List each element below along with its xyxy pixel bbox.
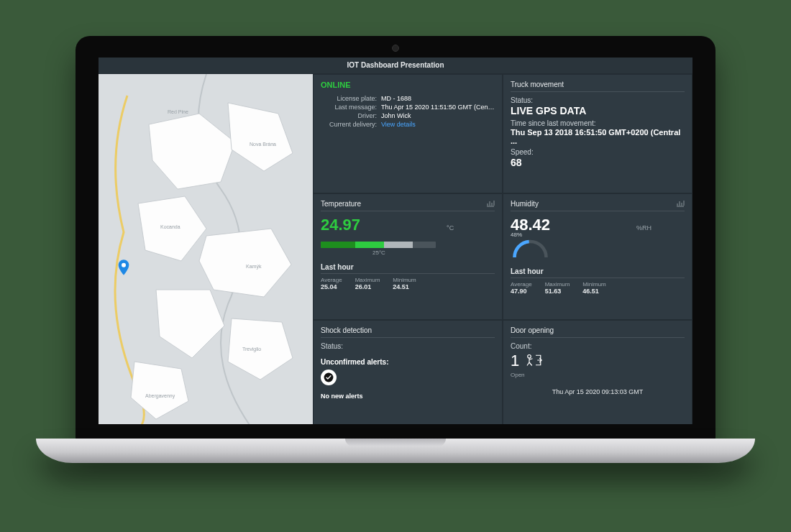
app-body: Red Pine Nova Brána Kocanda Kamýk Aberga… (99, 74, 692, 424)
temperature-bar (321, 242, 436, 248)
shock-detection-card: Shock detection Status: Unconfirmed aler… (313, 320, 503, 424)
door-timestamp: Thu Apr 15 2020 09:13:03 GMT (511, 388, 685, 395)
current-delivery-link[interactable]: View details (381, 121, 495, 128)
svg-point-16 (528, 355, 531, 359)
svg-text:Abergavenny: Abergavenny (145, 393, 175, 399)
humidity-stats: Average47.90 Maximum51.63 Minimum46.51 (511, 281, 685, 295)
truck-speed-label: Speed: (511, 148, 685, 156)
door-count-value: 1 (511, 352, 519, 370)
driver-label: Driver: (321, 112, 377, 119)
chart-icon[interactable] (676, 200, 685, 208)
temperature-unit: °C (447, 224, 454, 231)
humidity-gauge-label: 48% (511, 231, 522, 238)
temperature-value: 24.97 (321, 216, 360, 234)
map-panel[interactable]: Red Pine Nova Brána Kocanda Kamýk Aberga… (99, 74, 313, 424)
door-exit-icon (525, 353, 542, 369)
humidity-title: Humidity (511, 200, 685, 211)
shock-title: Shock detection (321, 326, 495, 338)
truck-status-label: Status: (511, 96, 685, 104)
humidity-min: 46.51 (582, 288, 599, 295)
truck-since-value: Thu Sep 13 2018 16:51:50 GMT+0200 (Centr… (511, 128, 685, 145)
laptop-base (36, 439, 755, 463)
driver-value: John Wick (381, 112, 495, 119)
chart-icon[interactable] (486, 200, 495, 208)
title-bar: IOT Dashboard Presentation (99, 58, 692, 74)
door-state: Open (511, 372, 685, 378)
license-plate-value: MD - 1688 (381, 95, 495, 102)
last-message-value: Thu Apr 15 2020 11:51:50 GMT (Central Eu… (381, 104, 495, 111)
humidity-card: Humidity 48.42%RH 48% Last hour Average4… (503, 193, 692, 320)
temperature-min: 24.51 (393, 283, 409, 290)
svg-text:Red Pine: Red Pine (168, 109, 188, 114)
shock-footer: No new alerts (321, 393, 495, 400)
svg-text:Treviglio: Treviglio (242, 347, 261, 352)
humidity-lasthour-title: Last hour (511, 267, 685, 278)
humidity-gauge: 48% (511, 239, 550, 260)
svg-text:Kocanda: Kocanda (160, 224, 180, 229)
current-delivery-label: Current delivery: (321, 121, 377, 128)
door-count-label: Count: (511, 342, 685, 350)
svg-point-14 (122, 263, 126, 267)
humidity-unit: %RH (636, 224, 651, 231)
humidity-max: 51.63 (545, 288, 562, 295)
temperature-card: Temperature 24.97°C 25°C Last hour Avera… (313, 193, 503, 320)
online-status: ONLINE (321, 81, 495, 89)
map-illustration: Red Pine Nova Brána Kocanda Kamýk Aberga… (99, 74, 313, 424)
app-screen: IOT Dashboard Presentation (99, 58, 692, 424)
temperature-avg: 25.04 (321, 283, 337, 290)
door-opening-card: Door opening Count: 1 Open Thu Apr 15 20… (503, 320, 692, 424)
dashboard-panels: ONLINE License plate:MD - 1688 Last mess… (313, 74, 692, 424)
last-message-label: Last message: (321, 104, 377, 111)
truck-since-label: Time since last movement: (511, 119, 685, 127)
laptop-notch (345, 439, 446, 446)
vehicle-info-card: ONLINE License plate:MD - 1688 Last mess… (313, 74, 503, 193)
humidity-avg: 47.90 (511, 288, 527, 295)
temperature-lasthour-title: Last hour (321, 263, 495, 274)
truck-movement-card: Truck movement Status: LIVE GPS DATA Tim… (503, 74, 692, 193)
temperature-title: Temperature (321, 200, 495, 211)
laptop-frame: IOT Dashboard Presentation (76, 36, 715, 482)
camera-dot (392, 45, 399, 52)
truck-status-value: LIVE GPS DATA (511, 105, 685, 116)
temperature-stats: Average25.04 Maximum26.01 Minimum24.51 (321, 277, 495, 290)
door-title: Door opening (511, 326, 685, 338)
truck-speed-value: 68 (511, 157, 685, 168)
screen-bezel: IOT Dashboard Presentation (76, 36, 715, 442)
temperature-max: 26.01 (355, 283, 372, 290)
svg-text:Nova Brána: Nova Brána (250, 142, 276, 147)
temperature-bar-label: 25°C (372, 249, 495, 256)
license-plate-label: License plate: (321, 95, 377, 102)
svg-text:Kamýk: Kamýk (246, 264, 262, 270)
truck-movement-title: Truck movement (511, 81, 685, 92)
shock-status-label: Status: (321, 342, 495, 350)
check-circle-icon (321, 370, 337, 385)
shock-unconfirmed-label: Unconfirmed alerts: (321, 358, 495, 366)
